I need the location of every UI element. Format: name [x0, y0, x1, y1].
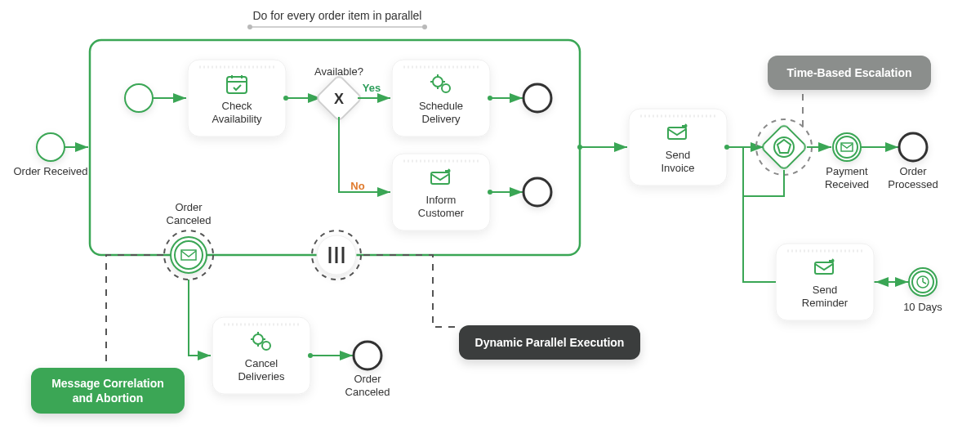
start-event-order-received[interactable]: [37, 133, 65, 161]
event-timer-10-days-label: 10 Days: [903, 301, 942, 313]
svg-point-29: [724, 145, 729, 150]
event-timer-10-days[interactable]: [909, 268, 937, 296]
end-event-order-processed-label: OrderProcessed: [888, 165, 938, 190]
svg-rect-63: [31, 368, 185, 414]
event-payment-received[interactable]: [833, 133, 861, 161]
callout-time-escalation: Time-Based Escalation: [768, 56, 931, 90]
subprocess-title: Do for every order item in parallel: [253, 9, 422, 22]
task-schedule-delivery[interactable]: ScheduleDelivery: [392, 60, 490, 136]
gateway-no-label: No: [350, 180, 364, 192]
svg-text:Time-Based Escalation: Time-Based Escalation: [786, 66, 911, 79]
svg-point-9: [283, 96, 288, 101]
inner-end-event-bottom[interactable]: [523, 178, 551, 206]
svg-point-2: [422, 25, 427, 29]
svg-rect-31: [761, 124, 808, 171]
task-schedule-delivery-label: ScheduleDelivery: [419, 100, 463, 125]
gateway-yes-label: Yes: [363, 82, 381, 94]
svg-text:X: X: [334, 91, 344, 107]
svg-point-1: [247, 25, 252, 29]
bpmn-diagram: Do for every order item in parallel Orde…: [0, 0, 980, 434]
inner-end-event-top[interactable]: [523, 84, 551, 112]
callout-dynamic-parallel: Dynamic Parallel Execution: [459, 325, 640, 360]
task-send-reminder[interactable]: SendReminder: [776, 244, 874, 320]
end-event-order-canceled-label: OrderCanceled: [345, 373, 390, 398]
annotation-connector-message: [106, 255, 163, 366]
task-check-availability[interactable]: CheckAvailability: [188, 60, 286, 136]
end-event-order-canceled[interactable]: [354, 342, 381, 369]
callout-message-correlation: Message Correlationand Abortion: [31, 368, 185, 414]
svg-point-62: [308, 353, 313, 358]
svg-point-25: [577, 145, 582, 150]
task-send-invoice[interactable]: SendInvoice: [629, 109, 727, 186]
gateway-available-label: Available?: [314, 65, 363, 78]
svg-point-24: [488, 190, 492, 195]
event-payment-received-label: PaymentReceived: [825, 165, 869, 190]
svg-point-20: [488, 96, 492, 101]
end-event-order-processed[interactable]: [899, 133, 927, 161]
start-event-order-received-label: Order Received: [13, 165, 87, 177]
task-send-invoice-label: SendInvoice: [661, 149, 694, 174]
svg-text:Dynamic Parallel Execution: Dynamic Parallel Execution: [475, 336, 625, 349]
subprocess-start-event[interactable]: [125, 84, 153, 112]
flow-boundary-to-cancel: [189, 280, 211, 356]
task-cancel-deliveries[interactable]: CancelDeliveries: [212, 317, 310, 394]
task-inform-customer[interactable]: InformCustomer: [392, 154, 490, 230]
svg-point-34: [833, 133, 861, 161]
annotation-connector-parallel: [363, 255, 457, 327]
svg-point-51: [171, 237, 207, 273]
gateway-event-based[interactable]: [756, 119, 812, 175]
